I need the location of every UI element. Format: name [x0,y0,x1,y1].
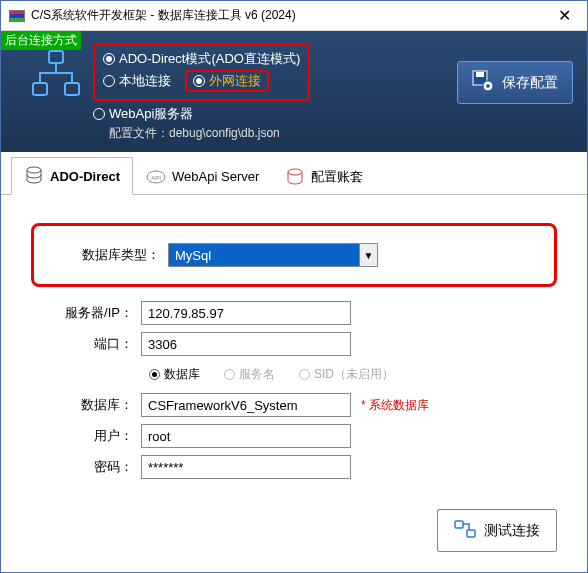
password-input[interactable] [141,455,351,479]
user-label: 用户： [31,427,141,445]
dbname-label: 数据库： [31,396,141,414]
svg-point-9 [288,169,302,175]
highlight-box-mode: ADO-Direct模式(ADO直连模式) 本地连接 外网连接 [93,43,310,101]
test-connection-button[interactable]: 测试连接 [437,509,557,552]
tab-config-label: 配置账套 [311,168,363,186]
dbtype-label: 数据库类型： [58,246,168,264]
tab-ado-direct[interactable]: ADO-Direct [11,157,133,195]
dbname-note: * 系统数据库 [361,397,429,414]
radio-remote[interactable]: 外网连接 [193,72,261,90]
db-identifier-radios: 数据库 服务名 SID（未启用） [149,366,557,383]
save-icon [472,70,494,95]
config-db-icon [285,167,305,187]
database-icon [24,166,44,186]
radio-opt-db[interactable]: 数据库 [149,366,200,383]
panel-tag: 后台连接方式 [1,31,81,50]
svg-rect-11 [467,530,475,537]
radio-opt-service[interactable]: 服务名 [224,366,275,383]
config-file-label: 配置文件： [109,126,169,140]
connection-mode-panel: 后台连接方式 ADO-Direct模式(ADO直连模式) [1,31,587,152]
highlight-box-remote: 外网连接 [185,70,269,92]
tab-bar: ADO-Direct API WebApi Server 配置账套 [1,156,587,195]
dbtype-value: MySql [169,244,359,266]
svg-rect-0 [49,51,63,63]
save-config-label: 保存配置 [502,74,558,92]
svg-rect-10 [455,521,463,528]
app-icon [9,10,25,22]
chevron-down-icon: ▼ [359,244,377,266]
bottom-bar: 测试连接 [1,509,587,572]
tab-ado-label: ADO-Direct [50,169,120,184]
api-icon: API [146,167,166,187]
password-label: 密码： [31,458,141,476]
tab-config-accounts[interactable]: 配置账套 [272,157,376,195]
radio-local[interactable]: 本地连接 [103,72,171,90]
svg-text:API: API [151,175,161,181]
port-input[interactable] [141,332,351,356]
close-button[interactable]: ✕ [541,1,587,31]
test-connection-label: 测试连接 [484,522,540,540]
window-title: C/S系统软件开发框架 - 数据库连接工具 v6 (2024) [31,7,541,24]
dbname-input[interactable] [141,393,351,417]
radio-opt-sid[interactable]: SID（未启用） [299,366,394,383]
network-icon [31,49,81,99]
svg-rect-2 [65,83,79,95]
server-input[interactable] [141,301,351,325]
app-window: C/S系统软件开发框架 - 数据库连接工具 v6 (2024) ✕ 后台连接方式 [0,0,588,573]
dbtype-dropdown[interactable]: MySql ▼ [168,243,378,267]
user-input[interactable] [141,424,351,448]
form-area: 数据库类型： MySql ▼ 服务器/IP： 端口： 数据库 服务名 SID（未… [1,195,587,509]
radio-webapi[interactable]: WebApi服务器 [93,105,193,123]
tab-webapi-server[interactable]: API WebApi Server [133,157,272,195]
radio-local-label: 本地连接 [119,72,171,90]
radio-ado-direct[interactable]: ADO-Direct模式(ADO直连模式) [103,50,300,68]
radio-remote-label: 外网连接 [209,72,261,90]
highlight-box-dbtype: 数据库类型： MySql ▼ [31,223,557,287]
titlebar: C/S系统软件开发框架 - 数据库连接工具 v6 (2024) ✕ [1,1,587,31]
svg-rect-1 [33,83,47,95]
save-config-button[interactable]: 保存配置 [457,61,573,104]
tab-webapi-label: WebApi Server [172,169,259,184]
svg-rect-4 [476,72,484,77]
config-file-path: debug\config\db.json [169,126,280,140]
radio-ado-direct-label: ADO-Direct模式(ADO直连模式) [119,50,300,68]
svg-point-6 [27,167,41,173]
port-label: 端口： [31,335,141,353]
connection-icon [454,520,476,541]
server-label: 服务器/IP： [31,304,141,322]
radio-webapi-label: WebApi服务器 [109,105,193,123]
